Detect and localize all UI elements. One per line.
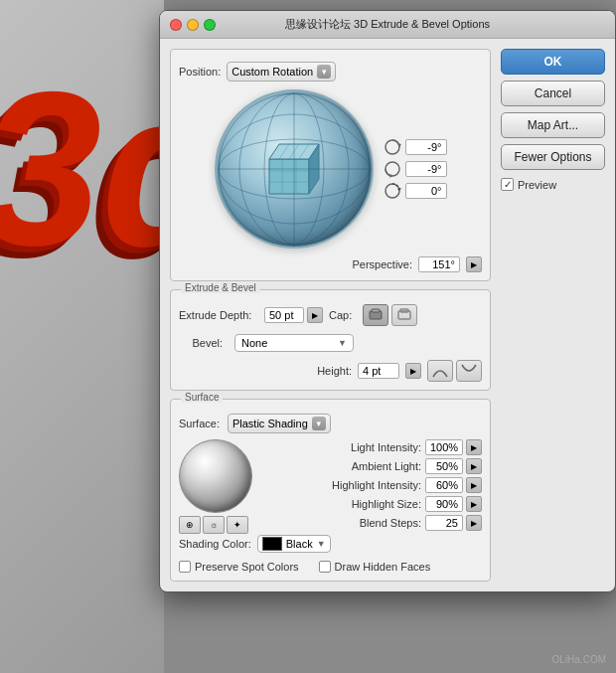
preview-label: Preview — [518, 179, 556, 191]
ok-button[interactable]: OK — [501, 49, 605, 75]
extrude-depth-stepper[interactable]: ▶ — [307, 307, 323, 323]
bevel-select[interactable]: None ▼ — [234, 334, 354, 352]
height-label: Height: — [317, 365, 352, 377]
highlight-size-row: Highlight Size: ▶ — [268, 496, 482, 512]
shading-color-arrow-icon: ▼ — [317, 539, 326, 549]
light-intensity-input[interactable] — [425, 439, 463, 455]
surface-header-row: Surface: Plastic Shading ▼ — [179, 414, 482, 433]
bevel-concave-button[interactable] — [456, 360, 482, 382]
map-art-button[interactable]: Map Art... — [501, 112, 605, 138]
extrude-depth-input[interactable] — [264, 307, 304, 323]
cancel-button[interactable]: Cancel — [501, 81, 605, 106]
svg-marker-18 — [397, 143, 401, 147]
position-select-value: Custom Rotation — [231, 66, 313, 78]
background-art: 3d — [0, 0, 164, 673]
light-intensity-row: Light Intensity: ▶ — [268, 439, 482, 455]
light-intensity-stepper[interactable]: ▶ — [466, 439, 482, 455]
close-button[interactable] — [170, 19, 182, 31]
left-panel: Position: Custom Rotation ▼ — [170, 49, 491, 582]
surface-btn-3[interactable]: ✦ — [227, 516, 248, 534]
cap-off-icon — [396, 307, 412, 323]
position-label: Position: — [179, 66, 221, 78]
ambient-light-stepper[interactable]: ▶ — [466, 458, 482, 474]
bevel-arrow-icon: ▼ — [338, 338, 347, 348]
z-axis-input[interactable] — [405, 183, 447, 199]
shading-color-select[interactable]: Black ▼ — [257, 535, 331, 553]
ambient-light-input[interactable] — [425, 458, 463, 474]
dialog-body: Position: Custom Rotation ▼ — [160, 39, 615, 591]
preview-checkbox[interactable]: ✓ — [501, 178, 514, 191]
highlight-intensity-value: ▶ — [425, 477, 482, 493]
surface-preview-buttons: ⊕ ☼ ✦ — [179, 516, 258, 534]
draw-hidden-faces-checkbox[interactable] — [319, 561, 331, 573]
y-rotate-icon — [384, 160, 401, 178]
highlight-intensity-input[interactable] — [425, 477, 463, 493]
extrude-bevel-section: Extrude & Bevel Extrude Depth: ▶ Cap: — [170, 289, 491, 391]
preserve-spot-colors-checkbox[interactable] — [179, 561, 191, 573]
y-axis-input[interactable] — [405, 161, 447, 177]
fewer-options-button[interactable]: Fewer Options — [501, 144, 605, 170]
highlight-size-value: ▶ — [425, 496, 482, 512]
surface-btn-1[interactable]: ⊕ — [179, 516, 201, 534]
blend-steps-input[interactable] — [425, 515, 463, 531]
bevel-value: None — [241, 337, 267, 349]
extrude-depth-row: Extrude Depth: ▶ Cap: — [179, 304, 482, 326]
surface-select[interactable]: Plastic Shading ▼ — [228, 414, 331, 433]
highlight-intensity-label: Highlight Intensity: — [268, 479, 421, 491]
shading-color-swatch — [262, 537, 282, 551]
bevel-convex-button[interactable] — [427, 360, 453, 382]
preserve-spot-colors-label: Preserve Spot Colors — [195, 561, 299, 573]
bevel-row: Bevel: None ▼ — [179, 334, 482, 352]
draw-hidden-faces-item[interactable]: Draw Hidden Faces — [319, 561, 431, 573]
minimize-button[interactable] — [187, 19, 199, 31]
surface-select-arrow: ▼ — [312, 417, 326, 430]
x-axis-icon — [384, 138, 401, 156]
cap-on-button[interactable] — [363, 304, 388, 326]
preserve-spot-colors-item[interactable]: Preserve Spot Colors — [179, 561, 299, 573]
blend-steps-stepper[interactable]: ▶ — [466, 515, 482, 531]
height-row: Height: ▶ — [179, 360, 482, 382]
cap-label: Cap: — [329, 309, 357, 321]
z-rotate-icon — [384, 182, 401, 200]
svg-rect-24 — [372, 309, 380, 312]
highlight-size-stepper[interactable]: ▶ — [466, 496, 482, 512]
ambient-light-value: ▶ — [425, 458, 482, 474]
height-input[interactable] — [358, 363, 399, 379]
surface-btn-2[interactable]: ☼ — [203, 516, 225, 534]
x-rotate-icon — [384, 138, 401, 156]
surface-content: ⊕ ☼ ✦ Light Intensity: ▶ — [179, 439, 482, 531]
highlight-size-input[interactable] — [425, 496, 463, 512]
cap-on-icon — [368, 307, 384, 323]
bevel-shape-buttons — [427, 360, 482, 382]
checkboxes-row: Preserve Spot Colors Draw Hidden Faces — [179, 561, 482, 573]
perspective-row: Perspective: ▶ — [179, 256, 482, 272]
x-axis-row — [384, 138, 447, 156]
height-stepper[interactable]: ▶ — [405, 363, 421, 379]
cap-off-button[interactable] — [391, 304, 417, 326]
ambient-light-label: Ambient Light: — [268, 460, 421, 472]
y-axis-row — [384, 160, 447, 178]
surface-sphere — [179, 439, 252, 513]
highlight-intensity-stepper[interactable]: ▶ — [466, 477, 482, 493]
shading-color-label: Shading Color: — [179, 538, 251, 550]
surface-label: Surface: — [179, 418, 220, 429]
bg-3d-letters: 3d — [0, 60, 164, 278]
perspective-stepper[interactable]: ▶ — [466, 256, 482, 272]
x-axis-input[interactable] — [405, 139, 447, 155]
title-bar: 思缘设计论坛 3D Extrude & Bevel Options — [160, 11, 615, 39]
highlight-size-label: Highlight Size: — [268, 498, 421, 510]
extrude-depth-label: Extrude Depth: — [179, 309, 258, 321]
z-axis-icon — [384, 182, 401, 200]
watermark: OLiHa.COM — [552, 654, 606, 665]
maximize-button[interactable] — [204, 19, 216, 31]
surface-preview: ⊕ ☼ ✦ — [179, 439, 258, 519]
surface-controls: Light Intensity: ▶ Ambient Light: ▶ — [268, 439, 482, 531]
dialog-3d-extrude-bevel: 思缘设计论坛 3D Extrude & Bevel Options Positi… — [159, 10, 616, 592]
y-axis-icon — [384, 160, 401, 178]
perspective-input[interactable] — [418, 256, 460, 272]
rotation-sphere[interactable] — [215, 89, 374, 249]
shading-color-row: Shading Color: Black ▼ — [179, 535, 482, 553]
position-select[interactable]: Custom Rotation ▼ — [227, 62, 336, 82]
preview-checkbox-row[interactable]: ✓ Preview — [501, 178, 605, 191]
blend-steps-value: ▶ — [425, 515, 482, 531]
